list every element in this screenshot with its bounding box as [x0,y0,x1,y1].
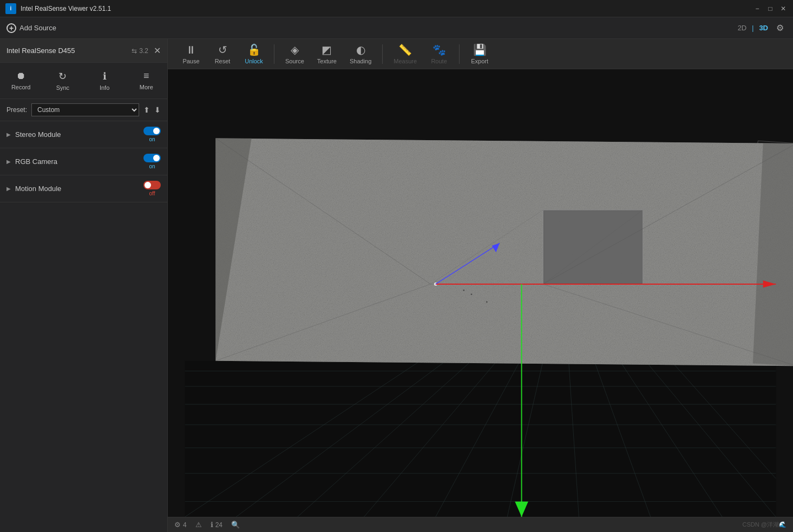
status-bar: ⚙ 4 ⚠ ℹ 24 🔍 CSDN @洋湖🌊 [168,517,793,532]
unlock-icon: 🔓 [247,43,261,56]
svg-rect-1 [185,361,776,517]
unlock-button[interactable]: 🔓 Unlock [239,40,268,68]
info-status-icon: ℹ [211,521,213,529]
pause-icon: ⏸ [186,44,196,56]
rgb-expand-arrow: ▶ [6,159,11,165]
motion-toggle-thumb [145,182,151,188]
svg-point-43 [486,301,488,303]
window-controls: − □ ✕ [753,4,788,13]
rgb-module-item[interactable]: ▶ RGB Camera on [0,148,167,175]
stereo-expand-arrow: ▶ [6,132,11,137]
measure-label: Measure [394,58,417,64]
device-close-button[interactable]: ✕ [154,45,161,56]
toolbar-sep-3 [459,44,460,64]
settings-button[interactable]: ⚙ [774,22,787,35]
route-icon: 🐾 [432,43,446,56]
motion-module-item[interactable]: ▶ Motion Module off [0,175,167,202]
unlock-label: Unlock [245,58,263,64]
measure-icon: 📏 [398,43,412,56]
reset-button[interactable]: ↺ Reset [208,40,237,68]
app-title: Intel RealSense Viewer v2.51.1 [21,5,753,12]
sidebar-actions: ⏺ Record ↻ Sync ℹ Info ≡ More [0,63,167,99]
right-panel: ⏸ Pause ↺ Reset 🔓 Unlock ◈ Source ◩ Text… [168,39,793,532]
route-button[interactable]: 🐾 Route [424,40,454,68]
add-source-button[interactable]: + Add Source [6,23,56,33]
route-label: Route [431,58,447,64]
watermark: CSDN @洋湖🌊 [743,521,787,529]
motion-toggle-track[interactable] [143,181,161,189]
shading-label: Shading [350,58,371,64]
source-button[interactable]: ◈ Source [280,40,310,68]
motion-toggle[interactable]: off [143,181,161,196]
sync-button[interactable]: ↻ Sync [42,67,83,94]
error-status: ⚙ 4 [174,521,187,529]
motion-toggle-label: off [149,191,155,196]
shading-button[interactable]: ◐ Shading [344,40,377,68]
device-header: Intel RealSense D455 ⇆ 3.2 ✕ [0,39,167,63]
content-area: Intel RealSense D455 ⇆ 3.2 ✕ ⏺ Record ↻ … [0,39,793,532]
viewer-toolbar: ⏸ Pause ↺ Reset 🔓 Unlock ◈ Source ◩ Text… [168,39,793,69]
usb-icon: ⇆ [132,47,137,55]
search-status[interactable]: 🔍 [231,521,240,529]
add-source-label: Add Source [19,24,56,32]
record-label: Record [11,84,30,90]
stereo-toggle-track[interactable] [143,127,161,135]
view-mode-controls: 2D | 3D ⚙ [735,22,787,35]
search-icon: 🔍 [231,521,240,529]
sync-icon: ↻ [58,70,67,82]
stereo-toggle-label: on [149,136,155,142]
stereo-toggle[interactable]: on [143,127,161,142]
svg-marker-21 [215,139,793,366]
rgb-module-name: RGB Camera [15,157,143,166]
rgb-toggle-thumb [153,155,160,161]
more-label: More [140,84,153,90]
svg-point-44 [463,290,464,291]
mode-divider: | [752,24,753,32]
preset-label: Preset: [6,106,27,114]
app-logo: i [5,3,16,14]
error-count: 4 [183,521,187,529]
rgb-toggle[interactable]: on [143,154,161,169]
pause-label: Pause [182,58,199,64]
record-icon: ⏺ [16,70,26,82]
export-icon: 💾 [473,43,487,56]
stereo-module-name: Stereo Module [15,130,143,139]
pause-button[interactable]: ⏸ Pause [176,41,206,68]
more-button[interactable]: ≡ More [126,67,167,94]
info-count: 24 [215,521,222,529]
minimize-button[interactable]: − [753,4,762,13]
record-button[interactable]: ⏺ Record [0,67,42,94]
3d-viewport[interactable] [168,69,793,517]
texture-button[interactable]: ◩ Texture [312,40,342,68]
close-button[interactable]: ✕ [779,4,788,13]
device-version: 3.2 [139,47,148,55]
preset-upload-button[interactable]: ⬆ [143,106,150,114]
sidebar: Intel RealSense D455 ⇆ 3.2 ✕ ⏺ Record ↻ … [0,39,168,532]
export-button[interactable]: 💾 Export [465,40,494,68]
motion-expand-arrow: ▶ [6,186,11,192]
reset-icon: ↺ [218,43,227,56]
svg-point-42 [471,293,473,295]
rgb-toggle-track[interactable] [143,154,161,162]
preset-download-button[interactable]: ⬇ [154,106,161,114]
motion-module-name: Motion Module [15,185,143,193]
warning-icon: ⚠ [195,521,202,529]
plus-icon: + [6,23,16,33]
stereo-module-item[interactable]: ▶ Stereo Module on [0,121,167,148]
info-status: ℹ 24 [211,521,222,529]
toolbar-sep-1 [274,44,274,64]
mode-2d-button[interactable]: 2D [735,23,750,33]
maximize-button[interactable]: □ [766,4,775,13]
mode-3d-button[interactable]: 3D [756,23,771,33]
export-label: Export [471,58,488,64]
rgb-toggle-label: on [149,163,155,169]
device-name: Intel RealSense D455 [6,47,132,55]
reset-label: Reset [215,58,231,64]
texture-label: Texture [317,58,337,64]
error-icon: ⚙ [174,521,181,529]
info-button[interactable]: ℹ Info [84,67,126,94]
shading-icon: ◐ [356,43,365,56]
preset-select[interactable]: Custom Default High Accuracy High Densit… [31,103,139,116]
warning-status: ⚠ [195,521,202,529]
measure-button[interactable]: 📏 Measure [388,40,422,68]
